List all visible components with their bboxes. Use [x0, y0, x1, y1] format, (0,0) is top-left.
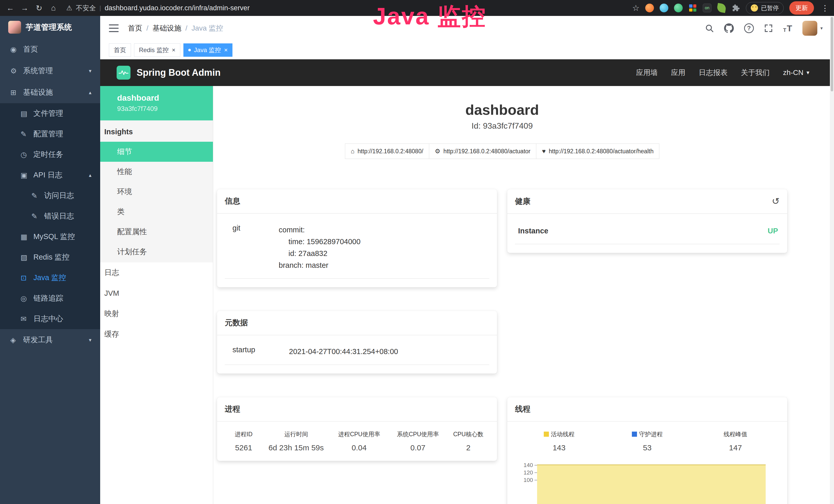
chrome-update-button[interactable]: 更新 — [789, 1, 814, 15]
bookmark-star-icon[interactable]: ☆ — [632, 3, 640, 13]
browser-forward-button[interactable]: → — [18, 1, 31, 15]
sba-nav-journal[interactable]: 日志报表 — [699, 68, 728, 77]
sba-menu-performance[interactable]: 性能 — [100, 162, 213, 182]
profile-paused-badge[interactable]: 已暂停 — [746, 2, 784, 14]
tab-home[interactable]: 首页 — [109, 43, 131, 57]
sba-menu-classes[interactable]: 类 — [100, 202, 213, 222]
sidebar-item-error-logs[interactable]: ✎ 错误日志 — [0, 206, 100, 226]
link-url: http://192.168.0.2:48080/actuator/health — [549, 148, 654, 155]
github-icon — [724, 23, 734, 33]
tab-label: 首页 — [114, 46, 126, 54]
breadcrumb-separator: / — [185, 24, 188, 32]
sba-menu-details[interactable]: 细节 — [100, 142, 213, 162]
health-card: 健康 ↺ Instance UP — [507, 189, 787, 253]
browser-home-button[interactable]: ⌂ — [47, 1, 60, 15]
sba-instance-header[interactable]: dashboard 93a3fc7f7409 — [100, 86, 213, 120]
sba-menu-config-props[interactable]: 配置属性 — [100, 222, 213, 242]
legend-square-daemon — [632, 432, 637, 437]
sidebar-item-dev-tools[interactable]: ◈ 研发工具 ▾ — [0, 329, 100, 351]
browser-right-cluster: ☆ on 已暂停 更新 ⋮ — [632, 1, 830, 15]
sba-menu-caches[interactable]: 缓存 — [100, 324, 213, 345]
sidebar-item-label: Redis 监控 — [34, 252, 69, 262]
extension-on-icon[interactable]: on — [703, 4, 711, 12]
browser-menu-icon[interactable]: ⋮ — [821, 4, 829, 13]
page-scrollbar — [830, 16, 834, 504]
threads-chart: 140 120 100 — [515, 461, 780, 504]
close-icon[interactable]: × — [172, 47, 175, 53]
extensions-puzzle-icon[interactable] — [731, 4, 740, 12]
search-button[interactable] — [705, 24, 714, 32]
tab-label: Redis 监控 — [139, 46, 169, 54]
sba-menu-jvm[interactable]: JVM — [100, 283, 213, 303]
extension-leaf-icon[interactable] — [716, 3, 726, 13]
card-title: 健康 — [515, 196, 530, 207]
github-button[interactable] — [724, 23, 734, 33]
page-title: dashboard — [217, 101, 787, 118]
sba-logo-icon[interactable] — [117, 66, 130, 79]
sidebar-item-java-monitor[interactable]: ⊡ Java 监控 — [0, 268, 100, 288]
history-icon[interactable]: ↺ — [772, 196, 780, 207]
sidebar-item-file-mgmt[interactable]: ▤ 文件管理 — [0, 103, 100, 124]
breadcrumb-home[interactable]: 首页 — [128, 23, 142, 33]
health-url-link[interactable]: ♥ http://192.168.0.2:48080/actuator/heal… — [536, 143, 659, 159]
address-bar[interactable]: ⚠ 不安全 | dashboard.yudao.iocoder.cn/infra… — [66, 4, 250, 13]
fullscreen-button[interactable] — [764, 24, 773, 32]
sba-nav: 应用墙 应用 日志报表 关于我们 zh-CN ▾ — [636, 68, 809, 77]
sidebar-item-system-mgmt[interactable]: ⚙ 系统管理 ▾ — [0, 60, 100, 82]
sba-menu-mappings[interactable]: 映射 — [100, 303, 213, 324]
actuator-url-link[interactable]: ⚙ http://192.168.0.2:48080/actuator — [429, 143, 536, 159]
sba-menu-environment[interactable]: 环境 — [100, 182, 213, 202]
sba-nav-wallboard[interactable]: 应用墙 — [636, 68, 658, 77]
breadcrumb-infrastructure[interactable]: 基础设施 — [153, 23, 181, 33]
sidebar-item-tracing[interactable]: ◎ 链路追踪 — [0, 288, 100, 308]
sidebar-item-api-logs[interactable]: ▣ API 日志 ▴ — [0, 165, 100, 185]
sidebar-item-scheduled-tasks[interactable]: ◷ 定时任务 — [0, 144, 100, 165]
sba-brand-title[interactable]: Spring Boot Admin — [137, 67, 221, 78]
legend-col: 线程峰值 147 — [692, 430, 780, 452]
browser-back-button[interactable]: ← — [4, 1, 17, 15]
locale-label: zh-CN — [783, 69, 804, 77]
browser-reload-button[interactable]: ↻ — [32, 1, 46, 15]
log-icon: ▣ — [21, 171, 34, 180]
sidebar-item-label: 错误日志 — [44, 211, 74, 221]
sba-locale-select[interactable]: zh-CN ▾ — [783, 69, 809, 77]
sidebar-item-config-mgmt[interactable]: ✎ 配置管理 — [0, 124, 100, 144]
hamburger-button[interactable] — [109, 24, 119, 32]
sidebar-item-label: Java 监控 — [34, 273, 66, 283]
y-tick-label: 100 — [524, 477, 533, 483]
sba-nav-applications[interactable]: 应用 — [671, 68, 685, 77]
legend-label: 守护进程 — [639, 431, 663, 437]
link-url: http://192.168.0.2:48080/ — [357, 148, 423, 155]
app-logo-image — [8, 21, 21, 33]
extension-orange-icon[interactable] — [645, 4, 654, 12]
sidebar-item-log-center[interactable]: ✉ 日志中心 — [0, 308, 100, 329]
sidebar-item-access-logs[interactable]: ✎ 访问日志 — [0, 185, 100, 206]
sidebar-item-mysql-monitor[interactable]: ▦ MySQL 监控 — [0, 226, 100, 247]
sidebar-item-infrastructure[interactable]: ⊞ 基础设施 ▴ — [0, 82, 100, 103]
breadcrumb-current: Java 监控 — [192, 23, 223, 33]
scrollbar-thumb[interactable] — [831, 17, 833, 91]
extension-green-icon[interactable] — [674, 4, 683, 12]
extension-grid-icon[interactable] — [688, 4, 697, 12]
close-icon[interactable]: × — [224, 47, 227, 53]
health-key: Instance — [515, 227, 548, 235]
app-logo[interactable]: 芋道管理系统 — [0, 16, 100, 39]
sba-menu-scheduled-tasks[interactable]: 计划任务 — [100, 242, 213, 262]
help-button[interactable]: ? — [744, 23, 754, 33]
sba-nav-about[interactable]: 关于我们 — [741, 68, 770, 77]
sba-menu-logs[interactable]: 日志 — [100, 262, 213, 283]
sidebar-item-redis-monitor[interactable]: ▧ Redis 监控 — [0, 247, 100, 268]
tab-java-monitor[interactable]: Java 监控 × — [183, 43, 233, 57]
header-actions: ? T T ▾ — [705, 21, 823, 36]
tools-icon: ◈ — [10, 336, 23, 344]
info-line: time: 1596289704000 — [279, 236, 360, 248]
user-menu[interactable]: ▾ — [803, 21, 823, 36]
tab-redis-monitor[interactable]: Redis 监控 × — [134, 43, 180, 57]
extension-teal-icon[interactable] — [660, 4, 668, 12]
infra-icon: ⊞ — [10, 88, 23, 97]
redis-icon: ▧ — [21, 253, 34, 261]
sidebar-item-home[interactable]: ◉ 首页 — [0, 39, 100, 60]
font-size-button[interactable]: T T — [783, 24, 792, 32]
cell-value: 0.04 — [330, 443, 389, 452]
service-url-link[interactable]: ⌂ http://192.168.0.2:48080/ — [345, 143, 429, 159]
